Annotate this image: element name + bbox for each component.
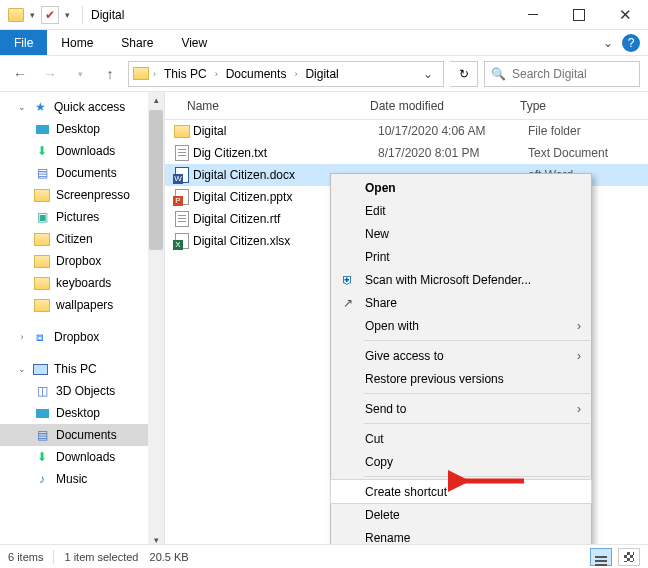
- forward-button[interactable]: →: [38, 62, 62, 86]
- file-name: Digital: [191, 124, 378, 138]
- menu-item-share[interactable]: ↗Share: [331, 291, 591, 314]
- close-button[interactable]: ✕: [602, 0, 648, 30]
- sidebar-item-dropbox-folder[interactable]: Dropbox: [0, 250, 164, 272]
- tab-share[interactable]: Share: [107, 30, 167, 55]
- column-name[interactable]: Name: [165, 99, 370, 113]
- tab-view[interactable]: View: [167, 30, 221, 55]
- file-icon: [175, 211, 189, 227]
- menu-item-send-to[interactable]: Send to›: [331, 397, 591, 420]
- chevron-right-icon: ›: [577, 319, 581, 333]
- menu-item-open-with[interactable]: Open with›: [331, 314, 591, 337]
- file-type: File folder: [528, 124, 581, 138]
- navigation-pane: ⌄★Quick access Desktop📌 ⬇Downloads📌 ▤Doc…: [0, 92, 165, 548]
- sidebar-item-desktop-pc[interactable]: Desktop: [0, 402, 164, 424]
- file-name: Dig Citizen.txt: [191, 146, 378, 160]
- breadcrumb[interactable]: This PC: [160, 67, 211, 81]
- status-selected: 1 item selected: [64, 551, 138, 563]
- breadcrumb[interactable]: Documents: [222, 67, 291, 81]
- file-icon: [175, 189, 189, 205]
- menu-label: Delete: [365, 508, 400, 522]
- sidebar-dropbox[interactable]: ›⧈Dropbox: [0, 326, 164, 348]
- chevron-right-icon: ›: [577, 402, 581, 416]
- menu-label: Copy: [365, 455, 393, 469]
- menu-item-scan-with-microsoft-defender-[interactable]: ⛨Scan with Microsoft Defender...: [331, 268, 591, 291]
- chevron-right-icon[interactable]: ›: [213, 69, 220, 79]
- window-title: Digital: [91, 8, 124, 22]
- menu-label: Scan with Microsoft Defender...: [365, 273, 531, 287]
- sidebar-item-downloads-pc[interactable]: ⬇Downloads: [0, 446, 164, 468]
- refresh-button[interactable]: ↻: [450, 61, 478, 87]
- sidebar-this-pc[interactable]: ⌄This PC: [0, 358, 164, 380]
- tab-home[interactable]: Home: [47, 30, 107, 55]
- maximize-button[interactable]: [556, 0, 602, 30]
- menu-label: Share: [365, 296, 397, 310]
- file-icon: [175, 233, 189, 249]
- menu-item-open[interactable]: Open: [331, 176, 591, 199]
- sidebar-item-wallpapers[interactable]: wallpapers: [0, 294, 164, 316]
- menu-label: Open with: [365, 319, 419, 333]
- file-date: 8/17/2020 8:01 PM: [378, 146, 528, 160]
- menu-item-print[interactable]: Print: [331, 245, 591, 268]
- sidebar-item-3d-objects[interactable]: ◫3D Objects: [0, 380, 164, 402]
- folder-icon: [133, 67, 149, 80]
- details-view-button[interactable]: [590, 548, 612, 566]
- column-date[interactable]: Date modified: [370, 99, 520, 113]
- tab-file[interactable]: File: [0, 30, 47, 55]
- menu-label: Open: [365, 181, 396, 195]
- sidebar-quick-access[interactable]: ⌄★Quick access: [0, 96, 164, 118]
- sidebar-item-documents-pc[interactable]: ▤Documents: [0, 424, 164, 446]
- status-size: 20.5 KB: [150, 551, 189, 563]
- share-icon: ↗: [339, 296, 357, 310]
- sidebar-item-keyboards[interactable]: keyboards: [0, 272, 164, 294]
- sidebar-item-downloads[interactable]: ⬇Downloads📌: [0, 140, 164, 162]
- file-type: Text Document: [528, 146, 608, 160]
- chevron-down-icon[interactable]: ▾: [26, 10, 39, 20]
- menu-label: Give access to: [365, 349, 444, 363]
- sidebar-item-desktop[interactable]: Desktop📌: [0, 118, 164, 140]
- file-icon: [175, 167, 189, 183]
- menu-item-create-shortcut[interactable]: Create shortcut: [331, 480, 591, 503]
- menu-item-delete[interactable]: Delete: [331, 503, 591, 526]
- menu-label: Create shortcut: [365, 485, 447, 499]
- large-icons-view-button[interactable]: [618, 548, 640, 566]
- minimize-button[interactable]: [510, 0, 556, 30]
- menu-item-new[interactable]: New: [331, 222, 591, 245]
- back-button[interactable]: ←: [8, 62, 32, 86]
- column-headers[interactable]: Name Date modified Type: [165, 92, 648, 120]
- sidebar-item-music[interactable]: ♪Music: [0, 468, 164, 490]
- scroll-up-icon[interactable]: ▴: [154, 92, 159, 108]
- menu-label: Edit: [365, 204, 386, 218]
- chevron-down-icon[interactable]: ▾: [61, 10, 74, 20]
- menu-item-restore-previous-versions[interactable]: Restore previous versions: [331, 367, 591, 390]
- breadcrumb[interactable]: Digital: [301, 67, 342, 81]
- menu-item-copy[interactable]: Copy: [331, 450, 591, 473]
- sidebar-item-documents[interactable]: ▤Documents📌: [0, 162, 164, 184]
- ribbon-tabs: File Home Share View ⌄ ?: [0, 30, 648, 56]
- search-input[interactable]: 🔍 Search Digital: [484, 61, 640, 87]
- file-icon: [175, 145, 189, 161]
- help-icon[interactable]: ?: [622, 34, 640, 52]
- chevron-right-icon[interactable]: ›: [151, 69, 158, 79]
- context-menu: OpenEditNewPrint⛨Scan with Microsoft Def…: [330, 173, 592, 568]
- menu-label: Cut: [365, 432, 384, 446]
- file-row[interactable]: Dig Citizen.txt8/17/2020 8:01 PMText Doc…: [165, 142, 648, 164]
- up-button[interactable]: ↑: [98, 62, 122, 86]
- menu-item-cut[interactable]: Cut: [331, 427, 591, 450]
- file-row[interactable]: Digital10/17/2020 4:06 AMFile folder: [165, 120, 648, 142]
- sidebar-scrollbar[interactable]: ▴ ▾: [148, 92, 164, 548]
- menu-item-give-access-to[interactable]: Give access to›: [331, 344, 591, 367]
- sidebar-item-citizen[interactable]: Citizen: [0, 228, 164, 250]
- sidebar-item-screenpresso[interactable]: Screenpresso📌: [0, 184, 164, 206]
- scroll-thumb[interactable]: [149, 110, 163, 250]
- column-type[interactable]: Type: [520, 99, 648, 113]
- ribbon-collapse-icon[interactable]: ⌄: [594, 30, 622, 55]
- address-dropdown-icon[interactable]: ⌄: [417, 67, 439, 81]
- file-date: 10/17/2020 4:06 AM: [378, 124, 528, 138]
- qat-properties-button[interactable]: ✔: [41, 6, 59, 24]
- menu-label: Rename: [365, 531, 410, 545]
- chevron-right-icon[interactable]: ›: [292, 69, 299, 79]
- menu-item-edit[interactable]: Edit: [331, 199, 591, 222]
- address-bar[interactable]: › This PC › Documents › Digital ⌄: [128, 61, 444, 87]
- recent-locations-button[interactable]: ▾: [68, 62, 92, 86]
- sidebar-item-pictures[interactable]: ▣Pictures📌: [0, 206, 164, 228]
